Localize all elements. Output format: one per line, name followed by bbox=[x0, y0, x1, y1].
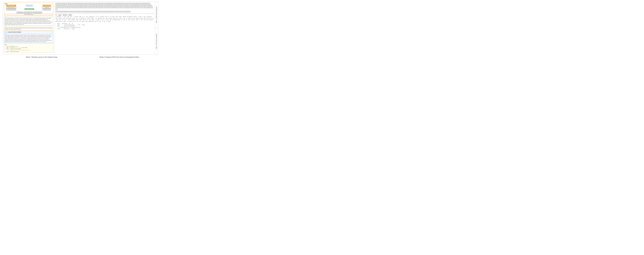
token: follows. bbox=[128, 11, 131, 13]
token: improves bbox=[121, 4, 125, 6]
token: set bbox=[107, 3, 109, 4]
panels-row: Figure Model Customization Efficient Dat… bbox=[3, 1, 158, 54]
token: promote bbox=[90, 6, 94, 8]
text-block-3: Text In LayoutParser, a layout model tak… bbox=[4, 34, 53, 43]
token: pipelines bbox=[85, 6, 88, 8]
right-code-block: 1 import layoutparser as lp 2 image = cv… bbox=[56, 23, 154, 30]
token: of bbox=[109, 3, 110, 4]
token: detailed bbox=[113, 6, 116, 8]
token: highly bbox=[64, 11, 67, 13]
token: level bbox=[82, 4, 84, 6]
model-customization-box: Model Customization bbox=[6, 5, 16, 6]
token: an bbox=[78, 3, 80, 4]
token: input bbox=[80, 3, 82, 4]
token: target bbox=[135, 4, 138, 6]
token: layout bbox=[120, 3, 122, 4]
token: LayoutParser bbox=[94, 3, 99, 4]
right-code-line-5: 5 layout = model.detect (image) bbox=[56, 28, 154, 30]
token: training bbox=[112, 4, 115, 6]
right-text-block: In LayoutParser, a layout model takes a … bbox=[56, 16, 154, 22]
token: learn bbox=[148, 6, 151, 8]
token: to bbox=[89, 6, 90, 8]
token: projects bbox=[132, 6, 136, 8]
token: component bbox=[121, 11, 126, 13]
token: exemplar bbox=[128, 6, 132, 8]
token: and bbox=[98, 6, 100, 8]
token: For bbox=[76, 3, 78, 4]
arrow-down-1: ↓ bbox=[29, 7, 30, 8]
token: accuracy bbox=[128, 4, 132, 6]
token: each bbox=[119, 11, 121, 13]
token: reusability bbox=[94, 6, 98, 8]
token: to bbox=[147, 6, 148, 8]
token: data bbox=[100, 4, 102, 6]
token: supports bbox=[76, 4, 80, 6]
token: model bbox=[109, 4, 112, 6]
title-block: 3.1 Title Layout Detection Models bbox=[4, 31, 53, 33]
token: by bbox=[144, 3, 145, 4]
token: off-the-shelf bbox=[110, 3, 115, 4]
text-block-1-content: The overall architecture of LayoutParser… bbox=[5, 18, 52, 25]
token: annotation bbox=[102, 4, 106, 6]
title-block-content: Layout Detection Models bbox=[8, 31, 21, 33]
token: detailed bbox=[108, 11, 112, 13]
code-block: List 1 import layoutparser as lp 2 image… bbox=[4, 43, 53, 53]
layout-data-structure-box: Layout Data Structure bbox=[24, 12, 32, 13]
token: provides bbox=[102, 3, 106, 4]
token: and bbox=[107, 4, 109, 6]
token: annotation bbox=[90, 11, 94, 13]
token: backed bbox=[140, 3, 144, 4]
token: high bbox=[80, 4, 82, 6]
token: and bbox=[134, 3, 136, 4]
token: of bbox=[111, 6, 113, 8]
token: visualization, bbox=[130, 3, 134, 4]
token: model bbox=[125, 4, 128, 6]
text-block-2-content: utParser is also highly customizable, in… bbox=[5, 27, 52, 30]
option-2-label: Option 2: Hide Token Bounding Box bbox=[156, 29, 157, 54]
token: with bbox=[77, 11, 79, 13]
code-line-3: 3 model = lp.Detectron2LayoutModel( bbox=[5, 48, 52, 49]
token: structure. bbox=[64, 4, 68, 6]
token: integrated bbox=[73, 11, 77, 13]
token: storage, bbox=[137, 3, 140, 4]
token: as bbox=[126, 11, 127, 13]
arrow-down-2: ↓ bbox=[29, 10, 30, 11]
right-code-line-3: 3 model = lp.Detectron2LayoutModel ( bbox=[56, 25, 154, 27]
option-1-label: Option 1: Display Token Bounding Box bbox=[156, 2, 157, 27]
token: carefully bbox=[146, 3, 150, 4]
token: of bbox=[85, 4, 86, 6]
token: Fig. bbox=[56, 3, 58, 4]
token: core bbox=[92, 3, 94, 4]
token: LayoutParser bbox=[69, 4, 74, 6]
code-line-2: 2 image = cv2.imread("image_file") # loa… bbox=[5, 47, 52, 48]
title-block-label: 3.1 Title bbox=[4, 32, 8, 32]
token: layout bbox=[97, 4, 100, 6]
token: layout bbox=[59, 4, 62, 6]
token: training. bbox=[100, 11, 103, 13]
token: easy bbox=[144, 6, 147, 8]
code-line-5: 5 layout = model.detect(image) bbox=[5, 51, 52, 52]
storage-viz-box: Storage & Visualization bbox=[34, 12, 42, 13]
token: functions bbox=[79, 11, 83, 13]
token: a bbox=[106, 3, 107, 4]
token: We bbox=[103, 11, 105, 13]
token: and bbox=[73, 6, 75, 8]
token: descriptions bbox=[112, 11, 117, 13]
token: functions bbox=[115, 4, 119, 6]
token: detection, bbox=[122, 3, 126, 4]
right-section-plain: 3.1 Layout Detection Models In LayoutPar… bbox=[56, 14, 154, 30]
token-grid-1: Fig. 1: The overall architecture of Layo… bbox=[56, 3, 154, 10]
token: the bbox=[59, 6, 61, 8]
token: OCR, bbox=[126, 3, 129, 4]
token: easy bbox=[61, 6, 63, 8]
text-block-1-label: Text bbox=[4, 16, 6, 18]
token: and bbox=[94, 11, 96, 13]
token: data bbox=[88, 11, 90, 13]
token: for bbox=[118, 3, 119, 4]
token: LayoutParser bbox=[56, 11, 61, 13]
bottom-labels: Mode I: Showing Layout on the Original I… bbox=[3, 56, 158, 58]
dia-pipeline-sharing-box: DIA Pipeline Sharing bbox=[42, 9, 51, 10]
document-images-box: Document Images bbox=[26, 5, 33, 6]
token: for bbox=[117, 11, 118, 13]
right-content: Fig. 1: The overall architecture of Layo… bbox=[54, 1, 155, 54]
